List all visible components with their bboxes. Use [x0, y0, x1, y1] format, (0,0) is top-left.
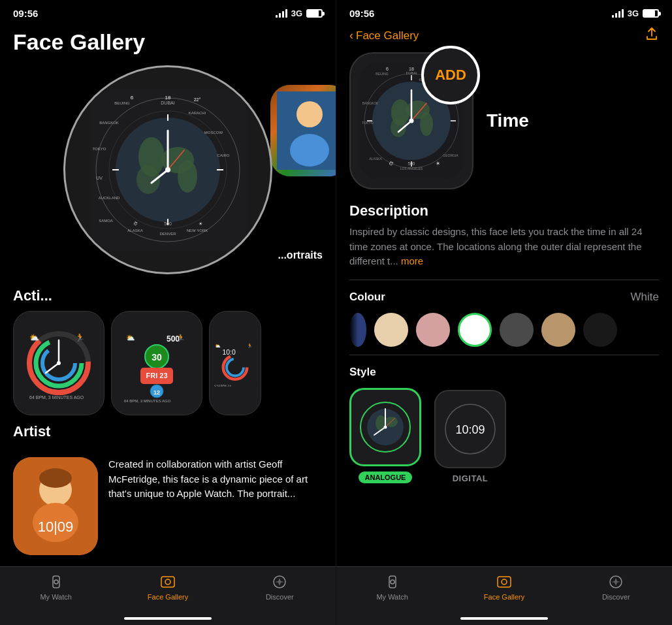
svg-point-9 — [178, 160, 197, 193]
style-option-analogue[interactable]: ANALOGUE — [349, 388, 421, 483]
svg-text:DUBAI: DUBAI — [406, 71, 417, 75]
right-status-bar: 09:56 3G — [336, 0, 672, 24]
discover-icon-left — [271, 573, 288, 590]
face-gallery-label-right: Face Gallery — [484, 593, 524, 601]
svg-text:⛅: ⛅ — [215, 343, 221, 349]
svg-text:18: 18 — [165, 95, 171, 101]
activity-watch-2[interactable]: 30 500 FRI 23 12 ⛅ 🏃 64 BPM, 3 MINUTES A… — [111, 311, 202, 415]
svg-text:DUBAI: DUBAI — [161, 101, 174, 105]
svg-point-2 — [290, 134, 329, 167]
svg-text:DENVER: DENVER — [159, 232, 176, 236]
svg-rect-73 — [161, 577, 174, 587]
svg-text:⏱ 64 BPM, 3 h: ⏱ 64 BPM, 3 h — [214, 384, 232, 387]
activity-watch-face-3: 10:0 ⏱ 64 BPM, 3 h ⛅ 🏃 — [210, 321, 261, 406]
svg-point-72 — [54, 580, 58, 584]
svg-text:🏃: 🏃 — [176, 333, 185, 342]
tab-discover-right[interactable]: Discover — [560, 573, 672, 601]
colour-option-cream[interactable] — [374, 313, 408, 347]
svg-point-109 — [376, 415, 386, 431]
svg-text:GEORGIA: GEORGIA — [443, 153, 458, 157]
my-watch-label-left: My Watch — [40, 593, 72, 601]
tab-my-watch-left[interactable]: My Watch — [0, 573, 112, 601]
description-section: Description Inspired by classic designs,… — [336, 202, 672, 280]
svg-point-70 — [39, 468, 72, 488]
colour-option-dark-gray[interactable] — [500, 313, 534, 347]
left-tab-indicator — [124, 617, 212, 620]
tab-my-watch-right[interactable]: My Watch — [336, 573, 448, 601]
style-section: Style ANALOGUE — [336, 355, 672, 494]
world-clock-face: DUBAI KARACHI MOSCOW CAIRO BEIJING BANGK… — [83, 85, 253, 255]
add-text: ADD — [435, 67, 466, 84]
add-button[interactable]: ADD — [421, 46, 480, 104]
svg-text:AUCKLAND: AUCKLAND — [99, 196, 120, 200]
svg-text:☀: ☀ — [436, 161, 440, 167]
portraits-label: ...ortraits — [278, 249, 323, 261]
signal-icon — [276, 9, 287, 18]
colour-option-blue-partial[interactable] — [349, 313, 366, 347]
share-button[interactable] — [645, 27, 659, 44]
svg-marker-76 — [275, 578, 284, 586]
colour-option-pink[interactable] — [416, 313, 450, 347]
colour-header: Colour White — [349, 291, 659, 304]
watch-name: Time — [487, 110, 659, 131]
colour-section: Colour White — [336, 280, 672, 355]
world-time-circle[interactable]: DUBAI KARACHI MOSCOW CAIRO BEIJING BANGK… — [63, 65, 272, 274]
svg-text:UV: UV — [96, 176, 103, 180]
artist-watch-thumb[interactable]: 10|09 — [13, 457, 98, 555]
my-watch-icon-right — [384, 573, 401, 590]
share-icon — [645, 27, 659, 41]
svg-text:☀: ☀ — [199, 221, 202, 226]
style-option-digital[interactable]: 10:09 DIGITAL — [434, 390, 506, 483]
svg-text:SAMOA: SAMOA — [99, 219, 113, 223]
svg-text:64 BPM, 3 MINUTES AGO: 64 BPM, 3 MINUTES AGO — [29, 395, 84, 400]
svg-point-120 — [502, 579, 507, 585]
artist-time: 10|09 — [13, 519, 98, 536]
colour-option-tan[interactable] — [541, 313, 575, 347]
activity-watch-1[interactable]: ⛅ 🏃 64 BPM, 3 MINUTES AGO — [13, 311, 104, 415]
svg-text:MOSCOW: MOSCOW — [204, 131, 223, 135]
face-gallery-label-left: Face Gallery — [148, 593, 188, 601]
discover-label-left: Discover — [266, 593, 294, 601]
colour-option-white[interactable] — [458, 313, 492, 347]
description-text: Inspired by classic designs, this face l… — [349, 225, 659, 269]
back-button[interactable]: ‹ Face Gallery — [349, 29, 419, 42]
activity-watch-3[interactable]: 10:0 ⏱ 64 BPM, 3 h ⛅ 🏃 — [209, 311, 261, 415]
tab-discover-left[interactable]: Discover — [224, 573, 336, 601]
portraits-watch-behind[interactable] — [270, 85, 336, 176]
svg-text:KARACHI: KARACHI — [189, 111, 206, 115]
svg-marker-122 — [611, 578, 620, 586]
svg-text:10:0: 10:0 — [223, 349, 236, 356]
svg-text:TOKYO: TOKYO — [93, 147, 106, 151]
right-tab-bar: My Watch Face Gallery Discover — [336, 566, 672, 625]
portraits-preview — [270, 85, 336, 176]
description-body: Inspired by classic designs, this face l… — [349, 226, 643, 266]
svg-point-82 — [420, 112, 433, 136]
svg-text:⏱: ⏱ — [133, 221, 138, 226]
battery-icon — [306, 9, 323, 18]
colour-label: Colour — [349, 291, 385, 304]
svg-text:⛅: ⛅ — [29, 332, 39, 342]
left-tab-bar: My Watch Face Gallery Discover — [0, 566, 336, 625]
svg-text:🏃: 🏃 — [75, 332, 85, 342]
right-status-right: 3G — [612, 8, 659, 18]
detail-watch-wrapper: DUBAI KARACHI MOSCOW CAIRO BEIJING BANGK… — [349, 52, 473, 189]
tab-face-gallery-right[interactable]: Face Gallery — [448, 573, 560, 601]
left-time: 09:56 — [13, 8, 38, 19]
svg-text:⛅: ⛅ — [126, 333, 135, 342]
svg-text:500: 500 — [408, 161, 415, 166]
more-link[interactable]: more — [401, 255, 423, 266]
world-time-section[interactable]: DUBAI KARACHI MOSCOW CAIRO BEIJING BANGK… — [0, 65, 336, 274]
face-gallery-icon-left — [159, 573, 176, 590]
left-panel: 09:56 3G Face Gallery — [0, 0, 336, 625]
svg-text:ALASKA: ALASKA — [127, 229, 142, 232]
svg-point-74 — [165, 579, 170, 585]
digital-preview-svg: 10:09 — [441, 396, 500, 462]
colour-options-row — [349, 313, 659, 347]
colour-option-extra1[interactable] — [583, 313, 617, 347]
svg-text:BEIJING: BEIJING — [376, 72, 389, 76]
tab-face-gallery-left[interactable]: Face Gallery — [112, 573, 223, 601]
svg-point-34 — [165, 167, 170, 172]
activity-section-label: Acti... — [0, 280, 336, 311]
back-label: Face Gallery — [356, 29, 419, 42]
artist-face-svg — [13, 457, 98, 555]
